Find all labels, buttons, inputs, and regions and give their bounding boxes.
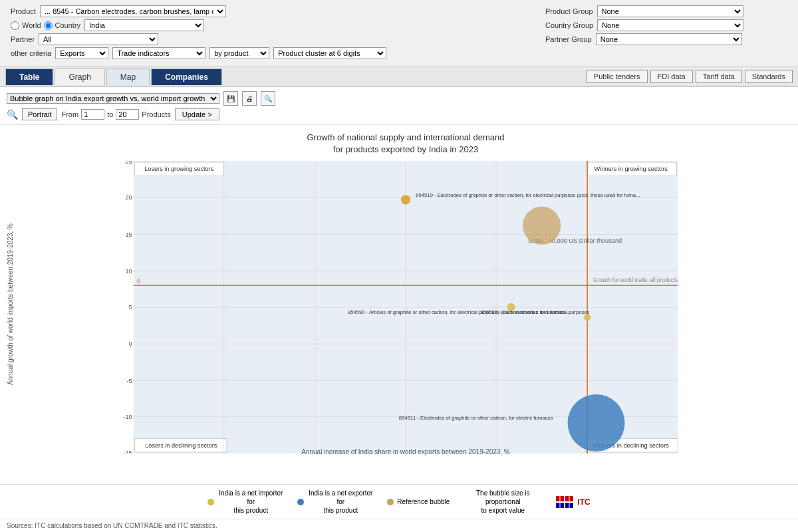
graph-controls: Bubble graph on India export growth vs. …: [0, 87, 798, 125]
legend-bar: India is a net importer forthis product …: [0, 484, 798, 519]
print-icon-btn[interactable]: 🖨: [242, 91, 257, 106]
tab-companies[interactable]: Companies: [151, 68, 222, 85]
tabs-left: Table Graph Map Companies: [5, 68, 223, 85]
growth-world-label: Growth for world trade, all products: [593, 278, 678, 284]
world-radio[interactable]: [11, 21, 19, 30]
tabs-right: Public tenders FDI data Tariff data Stan…: [587, 67, 793, 86]
itc-logo-icon: [556, 495, 575, 509]
svg-text:-15: -15: [123, 450, 132, 454]
sources-bar: Sources: ITC calculations based on UN CO…: [0, 519, 798, 532]
svg-text:-10: -10: [123, 414, 132, 420]
product-select[interactable]: ... 8545 - Carbon electrodes, carbon bru…: [40, 5, 226, 17]
left-filters: Product ... 8545 - Carbon electrodes, ca…: [5, 3, 540, 64]
country-radio[interactable]: [44, 21, 53, 30]
country-select[interactable]: India: [84, 19, 204, 31]
svg-text:5: 5: [129, 304, 132, 311]
legend-exporter-label: India is a net exporter forthis product: [307, 489, 374, 515]
by-product-select[interactable]: by product: [209, 47, 269, 59]
tab-graph[interactable]: Graph: [55, 68, 104, 85]
chart-title-line1: Growth of national supply and internatio…: [307, 132, 504, 142]
legend-importer: India is a net importer forthis product: [207, 489, 284, 515]
losers-declining-label: Losers in declining sectors: [145, 442, 217, 449]
svg-text:20: 20: [125, 195, 132, 201]
partner-label: Partner: [11, 35, 35, 43]
chart-container: Growth of national supply and internatio…: [20, 132, 791, 477]
partner-group-label: Partner Group: [545, 35, 592, 43]
chart-area: Annual growth of world imports between 2…: [0, 125, 798, 484]
bubble-854511[interactable]: [568, 394, 625, 452]
product-cluster-select[interactable]: Product cluster at 6 digits: [273, 47, 386, 59]
legend-exporter-circle: [297, 499, 304, 505]
from-to-range: From to Products: [61, 109, 170, 120]
graph-type-select[interactable]: Bubble graph on India export growth vs. …: [7, 93, 219, 104]
filter-bar: Product ... 8545 - Carbon electrodes, ca…: [0, 0, 798, 67]
chart-title: Growth of national supply and internatio…: [20, 132, 791, 156]
bubble-chart-svg: Losers in growing sectors Winners in gro…: [20, 161, 791, 454]
from-input[interactable]: [81, 109, 104, 120]
tab-map[interactable]: Map: [106, 68, 150, 85]
legend-proportional-label: The bubble size is proportionalto export…: [463, 489, 543, 515]
legend-reference-circle: [387, 499, 394, 505]
y-axis-label: Annual growth of world imports between 2…: [7, 132, 20, 477]
world-country-radio: World Country: [11, 21, 80, 30]
other-criteria-select[interactable]: Exports: [55, 47, 108, 59]
country-label: Country: [55, 21, 81, 29]
update-btn[interactable]: Update >: [175, 108, 219, 120]
product-group-label: Product Group: [545, 7, 593, 15]
partner-select[interactable]: All: [39, 33, 158, 45]
world-label: World: [22, 21, 41, 29]
save-icon-btn[interactable]: 💾: [223, 91, 238, 106]
product-group-select[interactable]: None: [597, 5, 743, 17]
other-criteria-label: other criteria: [11, 49, 51, 57]
svg-text:10: 10: [125, 268, 132, 275]
svg-text:0: 0: [129, 341, 132, 348]
portrait-btn[interactable]: Portrait: [22, 108, 57, 120]
country-group-select[interactable]: None: [597, 19, 743, 31]
bubble-854519-label: 854519 - Electrodes of graphite or other…: [416, 193, 640, 199]
zoom-magnify-icon[interactable]: 🔍: [7, 109, 18, 120]
tab-bar: Table Graph Map Companies Public tenders…: [0, 67, 798, 87]
products-label: Products: [142, 110, 170, 118]
legend-exporter: India is a net exporter forthis product: [297, 489, 374, 515]
legend-reference-label: Reference bubble: [397, 498, 450, 505]
bubble-854520-label: 854520 - Carbon brushes for electrical p…: [481, 310, 590, 316]
to-label: to: [107, 110, 113, 118]
public-tenders-btn[interactable]: Public tenders: [587, 70, 648, 83]
country-group-label: Country Group: [545, 21, 593, 29]
sources-text: Sources: ITC calculations based on UN CO…: [7, 522, 217, 529]
product-label: Product: [11, 7, 36, 15]
y8-label: 8: [137, 279, 140, 285]
legend-proportional: The bubble size is proportionalto export…: [463, 489, 543, 515]
trade-indicators-select[interactable]: Trade indicators: [112, 47, 205, 59]
standards-btn[interactable]: Standards: [745, 70, 793, 83]
svg-text:-5: -5: [126, 378, 132, 384]
itc-label: ITC: [577, 497, 590, 507]
svg-text:15: 15: [125, 231, 132, 238]
from-label: From: [61, 110, 78, 118]
tariff-data-btn[interactable]: Tariff data: [696, 70, 742, 83]
bubble-854519[interactable]: [401, 196, 410, 205]
fdi-data-btn[interactable]: FDI data: [650, 70, 693, 83]
winners-growing-label: Winners in growing sectors: [595, 166, 668, 173]
right-filters: Product Group None Country Group None Pa…: [540, 3, 793, 64]
bubble-854511-label: 854511 - Electrodes of graphite or other…: [399, 415, 553, 421]
losers-growing-label: Losers in growing sectors: [144, 166, 214, 173]
zoom-icon-btn[interactable]: 🔍: [261, 91, 275, 106]
legend-importer-circle: [207, 499, 214, 505]
bubble-reference[interactable]: [523, 207, 561, 245]
to-input[interactable]: [116, 109, 139, 120]
partner-group-select[interactable]: None: [596, 33, 742, 45]
legend-reference: Reference bubble: [387, 498, 450, 505]
svg-text:25: 25: [125, 161, 132, 165]
tab-table[interactable]: Table: [5, 68, 53, 85]
chart-title-line2: for products exported by India in 2023: [333, 144, 478, 154]
legend-itc: ITC: [556, 495, 590, 509]
legend-importer-label: India is a net importer forthis product: [217, 489, 284, 515]
